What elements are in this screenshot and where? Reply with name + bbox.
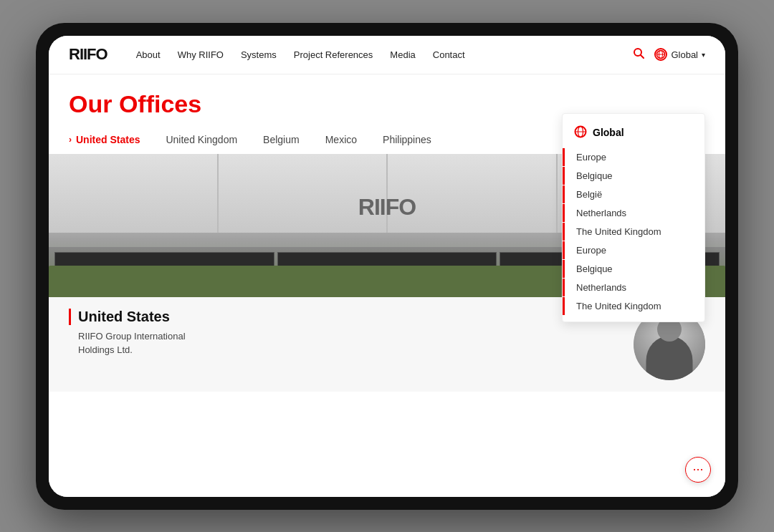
nav-project-references[interactable]: Project References <box>294 49 373 60</box>
nav-media[interactable]: Media <box>390 49 415 60</box>
title-accent: Offices <box>119 90 201 117</box>
brand-logo[interactable]: RIIFO <box>69 45 108 64</box>
building-panel-2 <box>219 154 388 233</box>
globe-icon <box>654 48 667 61</box>
nav-contact[interactable]: Contact <box>433 49 465 60</box>
office-company: RIIFO Group InternationalHoldings Ltd. <box>69 329 616 357</box>
device-frame: RIIFO About Why RIIFO Systems Project Re… <box>36 23 738 510</box>
tab-label-mexico: Mexico <box>325 134 357 145</box>
main-content: Our Offices › United States United Kingd… <box>49 74 725 497</box>
dropdown-globe-icon <box>574 125 587 140</box>
tab-label-belgium: Belgium <box>263 134 300 145</box>
building-logo: RIIFO <box>358 194 416 221</box>
tab-mexico[interactable]: Mexico <box>325 134 357 145</box>
person-body <box>646 336 693 380</box>
screen: RIIFO About Why RIIFO Systems Project Re… <box>49 36 725 497</box>
nav-systems[interactable]: Systems <box>241 49 277 60</box>
dropdown-item-netherlands[interactable]: Netherlands <box>563 204 704 222</box>
nav-right: Global ▾ <box>633 47 705 62</box>
office-info: United States RIIFO Group InternationalH… <box>69 309 616 357</box>
chevron-down-icon: ▾ <box>702 51 705 59</box>
navbar: RIIFO About Why RIIFO Systems Project Re… <box>49 36 725 74</box>
tab-united-kingdom[interactable]: United Kingdom <box>166 134 237 145</box>
tab-belgium[interactable]: Belgium <box>263 134 300 145</box>
dropdown-item-belgie[interactable]: België <box>563 185 704 203</box>
dropdown-item-uk[interactable]: The United Kingdom <box>563 223 704 241</box>
tab-philippines[interactable]: Philippines <box>383 134 431 145</box>
tab-united-states[interactable]: › United States <box>69 134 140 145</box>
dropdown-item-belgique-2[interactable]: Belgique <box>563 260 704 278</box>
nav-about[interactable]: About <box>136 49 161 60</box>
office-name: United States <box>69 309 616 325</box>
tab-label-uk: United Kingdom <box>166 134 237 145</box>
globe-svg <box>656 49 666 59</box>
dropdown-item-belgique[interactable]: Belgique <box>563 167 704 185</box>
global-label: Global <box>671 49 698 60</box>
tab-label-us: United States <box>76 134 140 145</box>
svg-line-1 <box>641 55 644 58</box>
global-button[interactable]: Global ▾ <box>654 48 705 61</box>
global-dropdown: Global Europe Belgique België Netherland… <box>562 113 705 322</box>
dropdown-item-europe[interactable]: Europe <box>563 148 704 166</box>
title-plain: Our <box>69 90 119 117</box>
building-panel-3 <box>388 154 558 233</box>
nav-why-riifo[interactable]: Why RIIFO <box>178 49 224 60</box>
dropdown-item-netherlands-2[interactable]: Netherlands <box>563 279 704 296</box>
dropdown-item-europe-2[interactable]: Europe <box>563 241 704 259</box>
tab-label-philippines: Philippines <box>383 134 431 145</box>
fab-button[interactable]: ··· <box>685 457 711 483</box>
search-icon <box>633 47 644 59</box>
search-button[interactable] <box>633 47 644 62</box>
active-chevron-icon: › <box>69 135 72 145</box>
nav-links: About Why RIIFO Systems Project Referenc… <box>136 49 634 60</box>
dropdown-item-uk-2[interactable]: The United Kingdom <box>563 297 704 315</box>
dropdown-header: Global <box>563 122 704 147</box>
dropdown-global-label: Global <box>593 127 624 138</box>
building-panel-1 <box>49 154 219 233</box>
